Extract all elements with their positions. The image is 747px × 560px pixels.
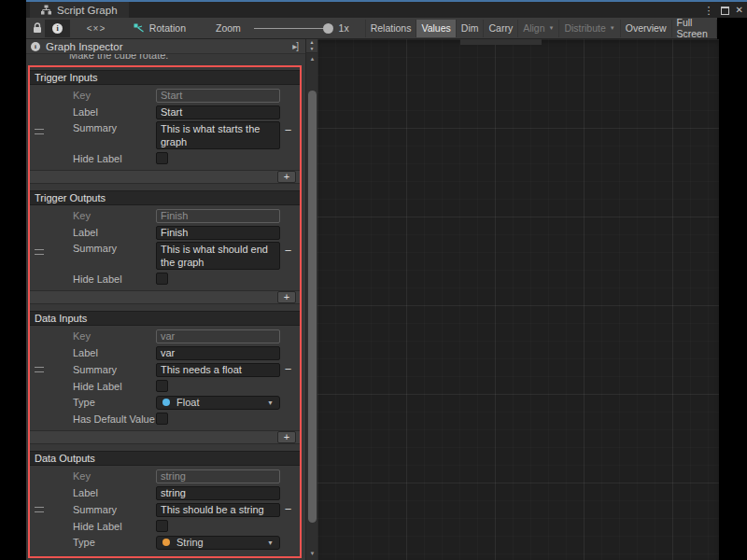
inspector-header: i Graph Inspector ▸] bbox=[26, 39, 305, 54]
graph-inspector-panel: i Graph Inspector ▸] Make the cube rotat… bbox=[26, 39, 305, 560]
values-label: Values bbox=[421, 22, 450, 34]
inspector-scrollbar[interactable]: ▲ ▼ ▲ ▼ bbox=[305, 39, 317, 560]
info-icon: i bbox=[31, 42, 40, 51]
annotation-red-box: Trigger Inputs Key Start Label Start Sum… bbox=[28, 65, 302, 558]
hide-label-label: Hide Label bbox=[73, 521, 156, 532]
key-label: Key bbox=[73, 210, 156, 221]
carry-label: Carry bbox=[488, 22, 513, 34]
graph-icon bbox=[41, 5, 51, 15]
zoom-slider[interactable] bbox=[254, 28, 327, 29]
label-field[interactable]: Start bbox=[156, 105, 280, 119]
summary-field[interactable]: This should be a string bbox=[156, 503, 280, 517]
summary-field[interactable]: This needs a float bbox=[156, 363, 280, 377]
field-row-key: Key var bbox=[30, 329, 300, 343]
label-field[interactable]: Finish bbox=[156, 226, 280, 240]
overview-button[interactable]: Overview bbox=[620, 20, 671, 37]
summary-field[interactable]: This is what should end the graph bbox=[156, 242, 280, 270]
label-label: Label bbox=[73, 227, 156, 238]
add-item-button[interactable]: + bbox=[277, 431, 296, 443]
field-row-key: Key Finish bbox=[30, 208, 300, 223]
add-item-button[interactable]: + bbox=[277, 291, 296, 303]
screenshot-root: Script Graph ⋮ ✕ i <×> Rotation bbox=[0, 0, 747, 560]
code-icon: <×> bbox=[87, 23, 106, 34]
inspector-toggle-button[interactable]: i bbox=[45, 20, 70, 37]
label-field[interactable]: string bbox=[156, 486, 280, 500]
summary-label: Summary bbox=[73, 504, 156, 515]
hide-label-label: Hide Label bbox=[73, 273, 156, 285]
lock-icon bbox=[33, 22, 42, 34]
add-item-button[interactable]: + bbox=[277, 171, 296, 183]
dropdown-shadow bbox=[460, 39, 542, 45]
rotation-icon bbox=[134, 23, 145, 34]
section-data-outputs: Key string Label string Summary This sho… bbox=[30, 466, 300, 550]
pane-spinner[interactable]: ▲ ▼ bbox=[306, 39, 317, 53]
graph-description-text: Make the cube rotate. bbox=[26, 54, 305, 61]
maximize-icon[interactable] bbox=[721, 7, 729, 15]
field-row-summary: Summary This is what starts the graph − bbox=[30, 121, 300, 149]
drag-handle-icon[interactable] bbox=[35, 249, 44, 255]
has-default-checkbox[interactable] bbox=[156, 413, 168, 425]
label-field[interactable]: var bbox=[156, 346, 280, 360]
hide-label-checkbox[interactable] bbox=[156, 152, 168, 164]
key-field: string bbox=[156, 469, 280, 483]
tab-bar: Script Graph ⋮ ✕ bbox=[26, 0, 747, 18]
tab-script-graph[interactable]: Script Graph bbox=[30, 2, 129, 18]
key-field: var bbox=[156, 329, 280, 343]
remove-item-button[interactable]: − bbox=[281, 503, 295, 516]
hide-label-checkbox[interactable] bbox=[156, 520, 168, 532]
close-icon[interactable]: ✕ bbox=[736, 4, 743, 17]
rotation-label: Rotation bbox=[149, 22, 186, 34]
field-row-label: Label string bbox=[30, 485, 300, 500]
spinner-down-icon[interactable]: ▼ bbox=[306, 46, 317, 52]
key-label: Key bbox=[73, 330, 156, 342]
dim-button[interactable]: Dim bbox=[456, 20, 484, 37]
lock-button[interactable] bbox=[29, 20, 45, 37]
field-row-summary: Summary This should be a string − bbox=[30, 502, 300, 517]
key-field: Finish bbox=[156, 209, 280, 223]
field-row-type: Type String ▼ bbox=[30, 535, 300, 550]
summary-field[interactable]: This is what starts the graph bbox=[156, 121, 280, 149]
code-view-button[interactable]: <×> bbox=[70, 20, 122, 37]
drag-handle-icon[interactable] bbox=[35, 129, 44, 134]
scroll-up-button[interactable]: ▲ bbox=[306, 53, 318, 65]
spinner-up-icon[interactable]: ▲ bbox=[306, 39, 317, 46]
scroll-down-button[interactable]: ▼ bbox=[306, 548, 318, 560]
hide-label-checkbox[interactable] bbox=[156, 380, 168, 392]
relations-button[interactable]: Relations bbox=[365, 20, 416, 37]
scrollbar-thumb[interactable] bbox=[308, 91, 317, 523]
field-row-hide-label: Hide Label bbox=[30, 151, 300, 165]
graph-canvas[interactable] bbox=[317, 39, 719, 560]
remove-item-button[interactable]: − bbox=[281, 363, 295, 376]
dock-icon[interactable]: ▸] bbox=[292, 41, 298, 51]
carry-button[interactable]: Carry bbox=[483, 20, 517, 37]
dim-label: Dim bbox=[461, 22, 479, 34]
label-label: Label bbox=[73, 347, 156, 358]
remove-item-button[interactable]: − bbox=[281, 124, 295, 137]
section-header-trigger-inputs: Trigger Inputs bbox=[30, 70, 300, 85]
zoom-slider-knob[interactable] bbox=[323, 23, 333, 34]
type-dropdown[interactable]: String ▼ bbox=[156, 536, 280, 550]
chevron-down-icon: ▼ bbox=[549, 25, 555, 31]
type-value: Float bbox=[176, 397, 199, 408]
drag-handle-icon[interactable] bbox=[35, 367, 44, 372]
key-field: Start bbox=[156, 89, 280, 103]
key-label: Key bbox=[73, 470, 156, 482]
list-footer: + bbox=[30, 430, 300, 444]
drag-handle-icon[interactable] bbox=[35, 507, 44, 512]
graph-toolbar: i <×> Rotation Zoom 1x Relations Values … bbox=[26, 18, 717, 39]
label-label: Label bbox=[73, 487, 156, 498]
align-button: Align ▼ bbox=[517, 20, 558, 37]
window-menu-icon[interactable]: ⋮ bbox=[704, 4, 714, 17]
fullscreen-button[interactable]: Full Screen bbox=[671, 20, 717, 37]
chevron-down-icon: ▼ bbox=[610, 25, 615, 31]
section-header-data-inputs: Data Inputs bbox=[30, 311, 300, 326]
values-button[interactable]: Values bbox=[416, 20, 455, 37]
type-dropdown[interactable]: Float ▼ bbox=[156, 396, 280, 410]
hide-label-checkbox[interactable] bbox=[156, 273, 168, 285]
has-default-label: Has Default Value bbox=[73, 413, 156, 425]
info-icon: i bbox=[52, 23, 63, 34]
rotation-button[interactable]: Rotation bbox=[126, 22, 193, 34]
remove-item-button[interactable]: − bbox=[281, 245, 295, 258]
overview-label: Overview bbox=[626, 22, 667, 34]
chevron-down-icon: ▼ bbox=[267, 539, 274, 546]
